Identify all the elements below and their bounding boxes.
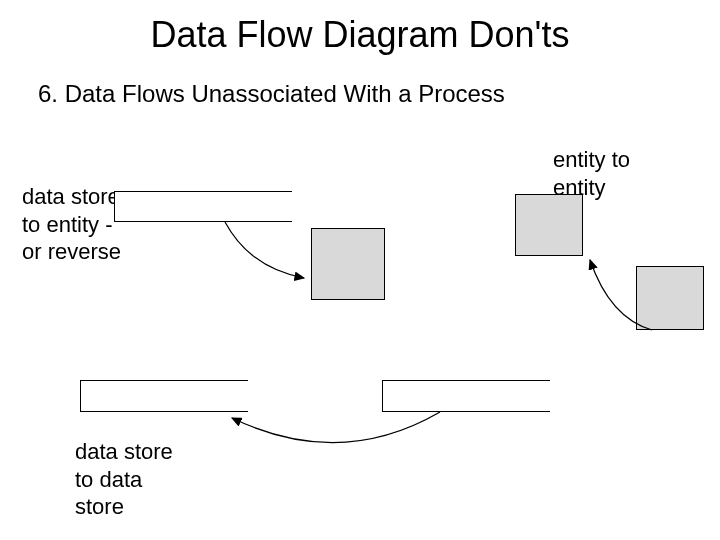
label-entity-to-entity: entity to entity bbox=[553, 146, 630, 201]
label-datastore-to-entity: data store to entity - or reverse bbox=[22, 183, 121, 266]
datastore-box-2 bbox=[80, 380, 248, 412]
datastore-box-3 bbox=[382, 380, 550, 412]
slide-title: Data Flow Diagram Don'ts bbox=[0, 14, 720, 56]
slide-subtitle: 6. Data Flows Unassociated With a Proces… bbox=[38, 80, 505, 108]
label-datastore-to-datastore: data store to data store bbox=[75, 438, 173, 521]
arrow-datastore-to-entity bbox=[225, 222, 304, 278]
entity-box-2 bbox=[515, 194, 583, 256]
entity-box-1 bbox=[311, 228, 385, 300]
arrow-datastore-to-datastore bbox=[232, 412, 440, 443]
datastore-box-1 bbox=[114, 191, 292, 222]
entity-box-3 bbox=[636, 266, 704, 330]
